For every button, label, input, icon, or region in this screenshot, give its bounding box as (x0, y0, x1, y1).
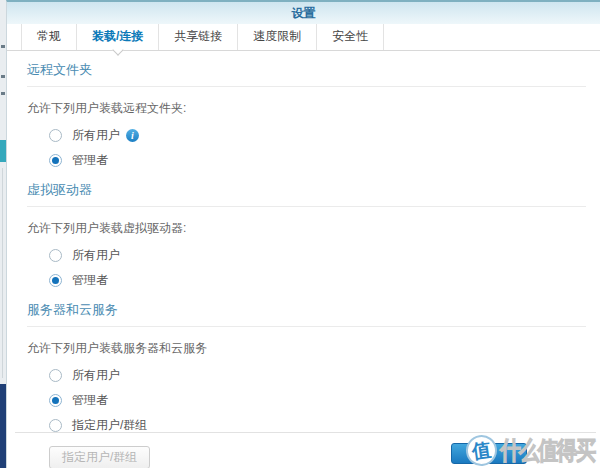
tab-item[interactable]: 装载/连接 (77, 24, 159, 50)
dialog-title: 设置 (292, 6, 316, 20)
radio-option-row[interactable]: 所有用户i (49, 123, 586, 148)
radio-button[interactable] (49, 369, 62, 382)
tab-item[interactable]: 常规 (21, 24, 77, 50)
section-description: 允许下列用户装载虚拟驱动器: (27, 220, 586, 237)
section-description: 允许下列用户装载远程文件夹: (27, 100, 586, 117)
dialog-content: 远程文件夹允许下列用户装载远程文件夹:所有用户i管理者虚拟驱动器允许下列用户装载… (7, 51, 600, 468)
tab-item[interactable]: 速度限制 (238, 24, 317, 50)
radio-label[interactable]: 管理者 (72, 392, 108, 409)
radio-button[interactable] (49, 129, 62, 142)
radio-button[interactable] (49, 274, 62, 287)
settings-section: 远程文件夹允许下列用户装载远程文件夹:所有用户i管理者 (27, 61, 586, 173)
radio-option-row[interactable]: 所有用户 (49, 363, 586, 388)
settings-section: 虚拟驱动器允许下列用户装载虚拟驱动器:所有用户管理者 (27, 181, 586, 293)
tab-item[interactable]: 安全性 (317, 24, 384, 50)
tab-bar: 常规装载/连接共享链接速度限制安全性 (7, 24, 600, 51)
radio-option-row[interactable]: 所有用户 (49, 243, 586, 268)
ok-button[interactable] (451, 443, 527, 464)
section-description: 允许下列用户装载服务器和云服务 (27, 340, 586, 357)
radio-label[interactable]: 所有用户 (72, 367, 120, 384)
tab-item[interactable]: 共享链接 (159, 24, 238, 50)
background-window-divider (2, 168, 3, 378)
footer-divider (15, 432, 596, 433)
radio-button[interactable] (49, 419, 62, 432)
radio-option-row[interactable]: 管理者 (49, 388, 586, 413)
dialog-titlebar[interactable]: 设置 (7, 2, 600, 24)
section-title: 服务器和云服务 (27, 301, 586, 327)
section-title: 远程文件夹 (27, 61, 586, 87)
background-window-icon (1, 45, 5, 48)
radio-option-row[interactable]: 指定用户/群组 (49, 413, 586, 438)
radio-button[interactable] (49, 154, 62, 167)
specify-users-button: 指定用户/群组 (49, 446, 150, 468)
radio-option-row[interactable]: 管理者 (49, 148, 586, 173)
radio-label[interactable]: 所有用户 (72, 127, 120, 144)
radio-option-row[interactable]: 管理者 (49, 268, 586, 293)
radio-label[interactable]: 管理者 (72, 152, 108, 169)
settings-dialog: 设置 常规装载/连接共享链接速度限制安全性 远程文件夹允许下列用户装载远程文件夹… (6, 0, 600, 468)
background-window-icon (1, 75, 5, 78)
radio-label[interactable]: 所有用户 (72, 247, 120, 264)
radio-button[interactable] (49, 394, 62, 407)
radio-label[interactable]: 管理者 (72, 272, 108, 289)
section-title: 虚拟驱动器 (27, 181, 586, 207)
radio-button[interactable] (49, 249, 62, 262)
info-icon[interactable]: i (126, 129, 139, 142)
background-window-icon (1, 92, 5, 95)
